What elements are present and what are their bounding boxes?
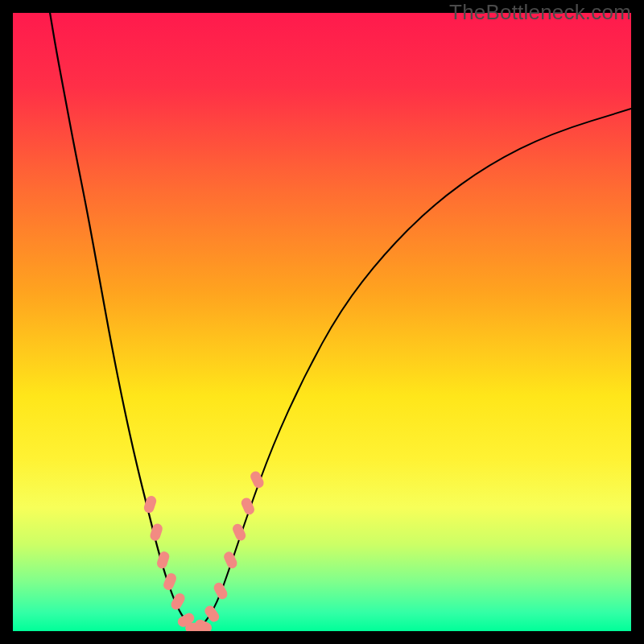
plot-area	[13, 13, 631, 631]
watermark-text: TheBottleneck.com	[449, 0, 631, 25]
gradient-background	[13, 13, 631, 631]
chart-svg	[13, 13, 631, 631]
chart-frame: TheBottleneck.com	[0, 0, 644, 644]
